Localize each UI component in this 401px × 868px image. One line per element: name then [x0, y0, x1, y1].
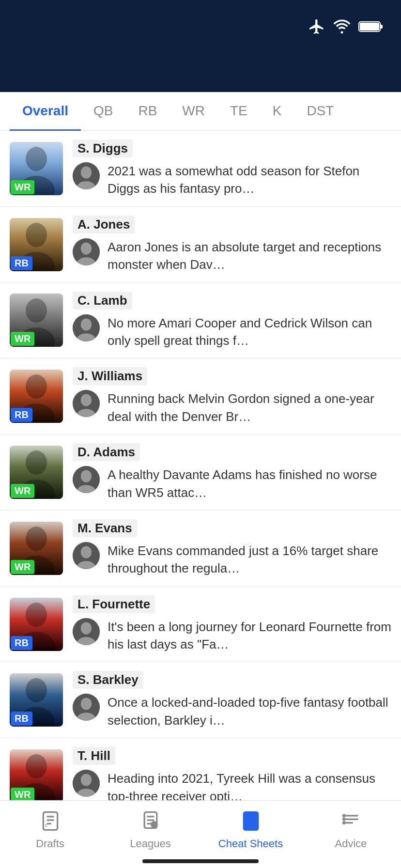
- player-blurb: Running back Melvin Gordon signed a one-…: [108, 390, 391, 425]
- drafts-icon: F: [38, 808, 63, 834]
- analyst-avatar: [73, 694, 100, 721]
- svg-point-6: [81, 166, 92, 178]
- analyst-row: No more Amari Cooper and Cedrick Wilson …: [73, 314, 391, 350]
- player-row[interactable]: RBJ. Williams Running back Melvin Gordon…: [0, 358, 401, 434]
- wifi-icon: [332, 19, 352, 34]
- player-info: S. Diggs 2021 was a somewhat odd season …: [73, 140, 391, 198]
- player-avatar-wrap: WR: [10, 294, 63, 347]
- svg-point-74: [343, 822, 345, 824]
- svg-text:✓: ✓: [153, 823, 156, 828]
- analyst-avatar: [73, 466, 100, 493]
- player-info: T. Hill Heading into 2021, Tyreek Hill w…: [73, 747, 391, 805]
- svg-point-43: [26, 754, 47, 778]
- player-avatar-wrap: WR: [10, 522, 63, 575]
- svg-point-28: [26, 527, 47, 551]
- drafts-label: Drafts: [36, 837, 64, 850]
- position-badge: WR: [11, 560, 34, 574]
- player-name: J. Williams: [73, 367, 147, 385]
- nav-cheatsheets[interactable]: Cheat Sheets: [200, 808, 301, 850]
- player-name-row: L. Fournette: [73, 595, 391, 613]
- player-name-row: S. Barkley: [73, 671, 391, 689]
- player-name: D. Adams: [73, 443, 140, 461]
- analyst-row: Once a locked-and-loaded top-five fantas…: [73, 694, 391, 729]
- analyst-row: A healthy Davante Adams has finished no …: [73, 466, 391, 501]
- tab-overall[interactable]: Overall: [10, 93, 81, 131]
- player-row[interactable]: WRM. Evans Mike Evans commanded just a 1…: [0, 511, 401, 587]
- player-row[interactable]: RBL. Fournette It's been a long journey …: [0, 587, 401, 663]
- svg-point-11: [81, 242, 92, 254]
- nav-leagues[interactable]: ✓ Leagues: [100, 808, 200, 850]
- nav-drafts[interactable]: F Drafts: [0, 808, 100, 850]
- bottom-nav: F Drafts ✓ Leagues: [0, 800, 401, 868]
- position-badge: RB: [11, 256, 32, 270]
- player-avatar-wrap: WR: [10, 749, 63, 803]
- home-indicator: [142, 859, 259, 863]
- player-avatar-wrap: RB: [10, 673, 63, 727]
- player-row[interactable]: RBS. Barkley Once a locked-and-loaded to…: [0, 662, 401, 738]
- player-blurb: Aaron Jones is an absolute target and re…: [108, 238, 391, 274]
- player-name: S. Diggs: [73, 140, 133, 157]
- status-icons: [308, 18, 384, 35]
- player-info: L. Fournette It's been a long journey fo…: [73, 595, 391, 653]
- svg-point-31: [81, 546, 92, 558]
- svg-point-26: [81, 470, 92, 482]
- svg-point-23: [26, 450, 47, 475]
- position-badge: WR: [11, 332, 34, 346]
- position-badge: WR: [11, 180, 34, 194]
- player-row[interactable]: RBA. Jones Aaron Jones is an absolute ta…: [0, 207, 401, 283]
- player-avatar-wrap: WR: [10, 142, 63, 195]
- tab-te[interactable]: TE: [217, 93, 260, 131]
- svg-point-8: [26, 223, 47, 247]
- player-row[interactable]: WRD. Adams A healthy Davante Adams has f…: [0, 434, 401, 511]
- player-name: A. Jones: [73, 216, 135, 233]
- player-name-row: M. Evans: [73, 519, 391, 537]
- player-info: S. Barkley Once a locked-and-loaded top-…: [73, 671, 391, 729]
- nav-advice[interactable]: Advice: [301, 808, 401, 850]
- position-badge: RB: [11, 712, 32, 726]
- header: [0, 44, 401, 92]
- svg-point-18: [26, 374, 47, 399]
- player-info: C. Lamb No more Amari Cooper and Cedrick…: [73, 292, 391, 350]
- leagues-icon: ✓: [138, 808, 163, 834]
- player-blurb: Once a locked-and-loaded top-five fantas…: [108, 694, 391, 729]
- analyst-avatar: [73, 238, 100, 265]
- player-name: T. Hill: [73, 747, 115, 765]
- svg-point-73: [343, 819, 345, 821]
- player-blurb: 2021 was a somewhat odd season for Stefo…: [108, 162, 391, 198]
- player-avatar-wrap: RB: [10, 598, 63, 651]
- tab-dst[interactable]: DST: [294, 93, 346, 131]
- player-info: J. Williams Running back Melvin Gordon s…: [73, 367, 391, 425]
- player-avatar-wrap: RB: [10, 370, 63, 423]
- tab-qb[interactable]: QB: [81, 93, 125, 131]
- status-bar: [0, 0, 401, 44]
- player-avatar-wrap: WR: [10, 446, 63, 499]
- player-name-row: J. Williams: [73, 367, 391, 385]
- svg-text:F: F: [45, 823, 48, 828]
- analyst-avatar: [73, 314, 100, 341]
- analyst-avatar: [73, 390, 100, 417]
- position-badge: RB: [11, 636, 32, 650]
- battery-icon: [358, 20, 384, 33]
- position-badge: RB: [11, 408, 32, 422]
- player-row[interactable]: WRC. Lamb No more Amari Cooper and Cedri…: [0, 283, 401, 359]
- tab-k[interactable]: K: [260, 93, 294, 131]
- svg-rect-2: [360, 23, 379, 31]
- player-name-row: A. Jones: [73, 216, 391, 233]
- position-badge: WR: [11, 788, 34, 802]
- position-tabs: Overall QB RB WR TE K DST: [0, 92, 401, 131]
- analyst-avatar: [73, 162, 100, 189]
- leagues-label: Leagues: [130, 837, 170, 850]
- tab-rb[interactable]: RB: [125, 93, 170, 131]
- player-info: M. Evans Mike Evans commanded just a 16%…: [73, 519, 391, 577]
- tab-wr[interactable]: WR: [170, 93, 217, 131]
- player-row[interactable]: WRS. Diggs 2021 was a somewhat odd seaso…: [0, 131, 401, 207]
- analyst-row: Mike Evans commanded just a 16% target s…: [73, 542, 391, 577]
- analyst-row: It's been a long journey for Leonard Fou…: [73, 618, 391, 653]
- player-name-row: S. Diggs: [73, 140, 391, 157]
- player-name: S. Barkley: [73, 671, 143, 689]
- svg-point-13: [26, 298, 47, 323]
- player-name-row: T. Hill: [73, 747, 391, 765]
- analyst-avatar: [73, 770, 100, 797]
- svg-point-46: [81, 774, 92, 786]
- player-name: M. Evans: [73, 519, 137, 537]
